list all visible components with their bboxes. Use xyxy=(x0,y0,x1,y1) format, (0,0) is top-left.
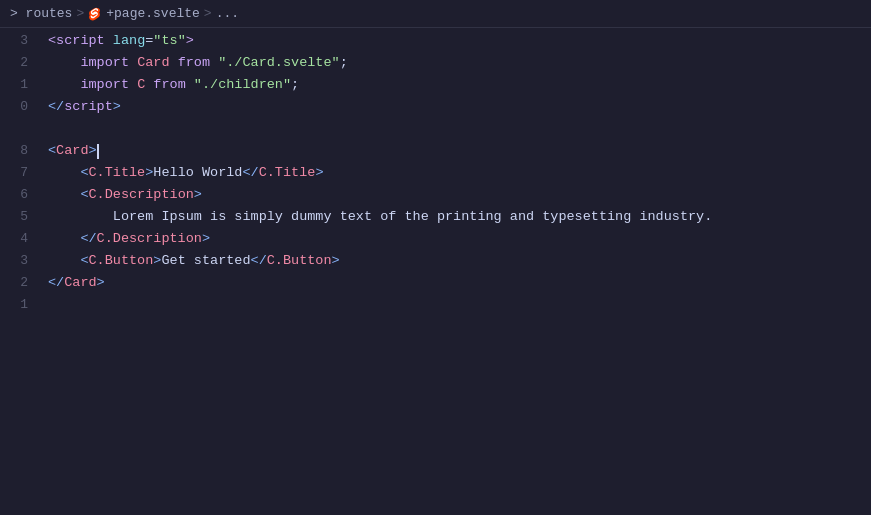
token-lorem2: printing and typesetting industry. xyxy=(429,206,713,228)
token-import2: import xyxy=(80,74,129,96)
line-num-14 xyxy=(8,316,28,338)
line-num-13: 1 xyxy=(8,294,28,316)
code-line-3: import C from "./children"; xyxy=(36,74,871,96)
token-script-close-name: script xyxy=(64,96,113,118)
token-ctitle-close-name: C.Title xyxy=(259,162,316,184)
token-cbtn-close-gt: > xyxy=(332,250,340,272)
token-sp2 xyxy=(129,52,137,74)
code-line-2: import Card from "./Card.svelte"; xyxy=(36,52,871,74)
token-sp4 xyxy=(210,52,218,74)
token-cbtn-close-lt: </ xyxy=(251,250,267,272)
token-script-close-slash: </ xyxy=(48,96,64,118)
token-from1: from xyxy=(178,52,210,74)
token-script-close-gt: > xyxy=(113,96,121,118)
token-indent1 xyxy=(48,52,80,74)
line-num-5 xyxy=(8,118,28,140)
breadcrumb-sep-2: > xyxy=(204,6,212,21)
token-indent6 xyxy=(48,250,80,272)
token-ctitle-close-lt: </ xyxy=(242,162,258,184)
breadcrumb-svelte-file[interactable]: +page.svelte xyxy=(88,6,200,21)
breadcrumb-bar: > routes > +page.svelte > ... xyxy=(0,0,871,28)
token-lorem: Lorem Ipsum is simply dummy text of xyxy=(48,206,404,228)
code-content[interactable]: <script lang="ts"> import Card from "./C… xyxy=(36,28,871,515)
code-line-14 xyxy=(36,316,871,338)
token-indent5 xyxy=(48,228,80,250)
token-sp3 xyxy=(170,52,178,74)
token-lang-attr: lang xyxy=(113,30,145,52)
token-cdesc-gt: > xyxy=(194,184,202,206)
token-card-open-lt: < xyxy=(48,140,56,162)
code-line-10: </C.Description> xyxy=(36,228,871,250)
svelte-icon xyxy=(88,7,102,21)
token-cdesc-close-name: C.Description xyxy=(97,228,202,250)
breadcrumb-routes[interactable]: > routes xyxy=(10,6,72,21)
token-get-started: Get started xyxy=(161,250,250,272)
token-sp7 xyxy=(186,74,194,96)
token-card-path: "./Card.svelte" xyxy=(218,52,340,74)
token-sp5 xyxy=(129,74,137,96)
token-semi1: ; xyxy=(340,52,348,74)
line-num-3: 1 xyxy=(8,74,28,96)
line-num-8: 6 xyxy=(8,184,28,206)
token-semi2: ; xyxy=(291,74,299,96)
token-script-open: <script xyxy=(48,30,105,52)
token-cbtn-name: C.Button xyxy=(89,250,154,272)
token-ctitle-lt: < xyxy=(80,162,88,184)
code-line-6: <Card> xyxy=(36,140,871,162)
token-indent2 xyxy=(48,74,80,96)
code-line-8: <C.Description> xyxy=(36,184,871,206)
line-num-1: 3 xyxy=(8,30,28,52)
token-import1: import xyxy=(80,52,129,74)
line-num-9: 5 xyxy=(8,206,28,228)
token-script-gt: > xyxy=(186,30,194,52)
token-cdesc-close-gt: > xyxy=(202,228,210,250)
token-hello-world: Hello World xyxy=(153,162,242,184)
token-the: the xyxy=(404,206,428,228)
token-card-open-gt: > xyxy=(89,140,97,162)
code-line-1: <script lang="ts"> xyxy=(36,30,871,52)
token-indent3 xyxy=(48,162,80,184)
editor-container: > routes > +page.svelte > ... 3 2 1 0 8 … xyxy=(0,0,871,515)
token-card-close-name: Card xyxy=(64,272,96,294)
token-ctitle-name: C.Title xyxy=(89,162,146,184)
token-cbtn-gt: > xyxy=(153,250,161,272)
code-line-13 xyxy=(36,294,871,316)
line-num-7: 7 xyxy=(8,162,28,184)
token-card-name: Card xyxy=(137,52,169,74)
code-line-5 xyxy=(36,118,871,140)
token-cdesc-name: C.Description xyxy=(89,184,194,206)
token-cdesc-close-lt: </ xyxy=(80,228,96,250)
token-cdesc-lt: < xyxy=(80,184,88,206)
token-sp6 xyxy=(145,74,153,96)
line-num-11: 3 xyxy=(8,250,28,272)
token-card-close-lt: </ xyxy=(48,272,64,294)
code-line-9: Lorem Ipsum is simply dummy text of the … xyxy=(36,206,871,228)
line-num-12: 2 xyxy=(8,272,28,294)
token-from2: from xyxy=(153,74,185,96)
token-c-path: "./children" xyxy=(194,74,291,96)
token-lang-val: "ts" xyxy=(153,30,185,52)
code-line-4: </script> xyxy=(36,96,871,118)
token-cbtn-close-name: C.Button xyxy=(267,250,332,272)
token-indent4 xyxy=(48,184,80,206)
token-ctitle-close-gt: > xyxy=(315,162,323,184)
breadcrumb-filename: +page.svelte xyxy=(106,6,200,21)
text-cursor xyxy=(97,144,99,159)
code-line-7: <C.Title>Hello World</C.Title> xyxy=(36,162,871,184)
token-space xyxy=(105,30,113,52)
token-ctitle-gt: > xyxy=(145,162,153,184)
line-num-4: 0 xyxy=(8,96,28,118)
token-eq: = xyxy=(145,30,153,52)
line-num-6: 8 xyxy=(8,140,28,162)
token-cbtn-lt: < xyxy=(80,250,88,272)
line-num-10: 4 xyxy=(8,228,28,250)
code-line-11: <C.Button>Get started</C.Button> xyxy=(36,250,871,272)
breadcrumb-ellipsis: ... xyxy=(216,6,239,21)
line-num-2: 2 xyxy=(8,52,28,74)
breadcrumb-sep-1: > xyxy=(76,6,84,21)
token-c-name: C xyxy=(137,74,145,96)
code-line-12: </Card> xyxy=(36,272,871,294)
token-card-comp: Card xyxy=(56,140,88,162)
code-area: 3 2 1 0 8 7 6 5 4 3 2 1 <script lang="ts… xyxy=(0,28,871,515)
token-card-close-gt: > xyxy=(97,272,105,294)
